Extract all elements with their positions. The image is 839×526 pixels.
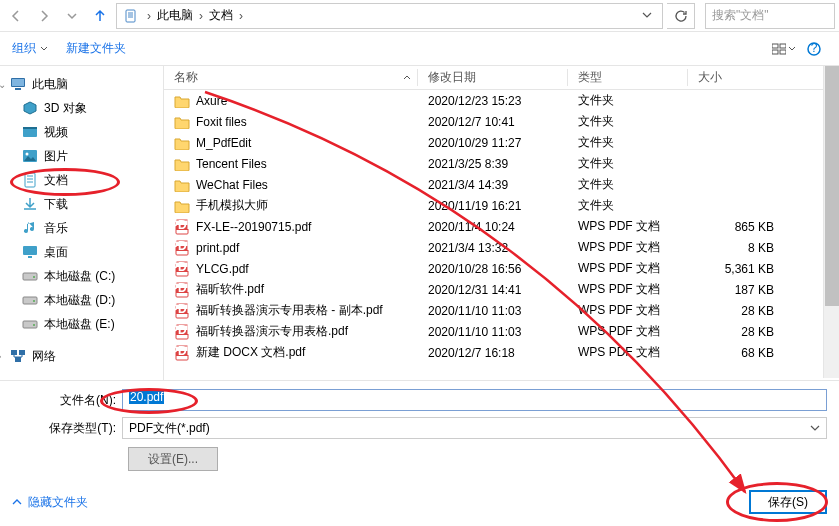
file-row[interactable]: M_PdfEdit2020/10/29 11:27文件夹 — [164, 132, 839, 153]
svg-rect-16 — [28, 256, 32, 258]
hide-folders-toggle[interactable]: 隐藏文件夹 — [12, 494, 88, 511]
nav-recent-button[interactable] — [60, 4, 84, 28]
scrollbar-thumb[interactable] — [825, 66, 839, 306]
sidebar-item-picture[interactable]: 图片 — [0, 144, 163, 168]
svg-text:PDF: PDF — [175, 324, 189, 337]
file-row[interactable]: PDFYLCG.pdf2020/10/28 16:56WPS PDF 文档5,3… — [164, 258, 839, 279]
breadcrumb-bar[interactable]: › 此电脑 › 文档 › — [116, 3, 663, 29]
file-name: M_PdfEdit — [196, 136, 251, 150]
desktop-icon — [22, 244, 38, 260]
col-header-date[interactable]: 修改日期 — [418, 69, 568, 86]
sidebar-item-label: 本地磁盘 (D:) — [44, 292, 115, 309]
file-size: 187 KB — [688, 283, 788, 297]
sidebar-item-label: 图片 — [44, 148, 68, 165]
filetype-select[interactable]: PDF文件(*.pdf) — [122, 417, 827, 439]
file-row[interactable]: PDF福昕转换器演示专用表格.pdf2020/11/10 11:03WPS PD… — [164, 321, 839, 342]
sidebar-item-label: 桌面 — [44, 244, 68, 261]
nav-back-button[interactable] — [4, 4, 28, 28]
tree-network[interactable]: › 网络 — [0, 344, 163, 368]
file-row[interactable]: PDFFX-LE--20190715.pdf2020/11/4 10:24WPS… — [164, 216, 839, 237]
search-placeholder: 搜索"文档" — [712, 7, 769, 24]
refresh-button[interactable] — [667, 3, 695, 29]
scrollbar-vertical[interactable] — [823, 66, 839, 378]
col-header-size[interactable]: 大小 — [688, 69, 788, 86]
breadcrumb-this-pc[interactable]: 此电脑 — [155, 7, 195, 24]
svg-rect-24 — [19, 350, 25, 355]
file-name: Foxit files — [196, 115, 247, 129]
file-date: 2020/10/29 11:27 — [418, 136, 568, 150]
new-folder-button[interactable]: 新建文件夹 — [66, 40, 126, 57]
col-header-name[interactable]: 名称 — [164, 69, 418, 86]
tree-this-pc[interactable]: ⌄ 此电脑 — [0, 72, 163, 96]
search-input[interactable]: 搜索"文档" — [705, 3, 835, 29]
file-row[interactable]: PDF福昕转换器演示专用表格 - 副本.pdf2020/11/10 11:03W… — [164, 300, 839, 321]
svg-text:PDF: PDF — [175, 282, 189, 295]
pdf-icon: PDF — [174, 303, 190, 319]
sidebar-item-download[interactable]: 下载 — [0, 192, 163, 216]
help-button[interactable]: ? — [801, 38, 827, 60]
file-row[interactable]: Foxit files2020/12/7 10:41文件夹 — [164, 111, 839, 132]
settings-button[interactable]: 设置(E)... — [128, 447, 218, 471]
file-type: WPS PDF 文档 — [568, 344, 688, 361]
svg-rect-4 — [780, 50, 786, 54]
sidebar-item-video[interactable]: 视频 — [0, 120, 163, 144]
drive-icon — [22, 268, 38, 284]
svg-point-18 — [33, 276, 35, 278]
file-date: 2020/12/23 15:23 — [418, 94, 568, 108]
svg-rect-3 — [772, 50, 778, 54]
file-row[interactable]: PDF新建 DOCX 文档.pdf2020/12/7 16:18WPS PDF … — [164, 342, 839, 363]
file-row[interactable]: PDFprint.pdf2021/3/4 13:32WPS PDF 文档8 KB — [164, 237, 839, 258]
svg-rect-0 — [126, 10, 135, 22]
file-size: 5,361 KB — [688, 262, 788, 276]
folder-icon — [174, 114, 190, 130]
navigation-tree: ⌄ 此电脑 3D 对象视频图片文档下载音乐桌面本地磁盘 (C:)本地磁盘 (D:… — [0, 66, 164, 380]
sidebar-item-drive[interactable]: 本地磁盘 (C:) — [0, 264, 163, 288]
tree-expand-icon[interactable]: › — [0, 351, 1, 362]
file-type: WPS PDF 文档 — [568, 323, 688, 340]
sidebar-item-label: 本地磁盘 (E:) — [44, 316, 115, 333]
filetype-label: 保存类型(T): — [12, 420, 122, 437]
music-icon — [22, 220, 38, 236]
file-row[interactable]: Axure2020/12/23 15:23文件夹 — [164, 90, 839, 111]
pdf-icon: PDF — [174, 324, 190, 340]
folder-icon — [174, 93, 190, 109]
svg-rect-21 — [23, 321, 37, 328]
col-header-type[interactable]: 类型 — [568, 69, 688, 86]
sidebar-item-drive[interactable]: 本地磁盘 (E:) — [0, 312, 163, 336]
filename-input[interactable]: 20.pdf — [122, 389, 827, 411]
sidebar-item-music[interactable]: 音乐 — [0, 216, 163, 240]
sidebar-item-doc[interactable]: 文档 — [0, 168, 163, 192]
file-date: 2020/12/7 10:41 — [418, 115, 568, 129]
folder-icon — [174, 156, 190, 172]
3d-icon — [22, 100, 38, 116]
svg-point-22 — [33, 324, 35, 326]
file-row[interactable]: WeChat Files2021/3/4 14:39文件夹 — [164, 174, 839, 195]
svg-rect-19 — [23, 297, 37, 304]
sidebar-item-3d[interactable]: 3D 对象 — [0, 96, 163, 120]
dialog-footer: 隐藏文件夹 保存(S) — [0, 482, 839, 526]
file-row[interactable]: 手机模拟大师2020/11/19 16:21文件夹 — [164, 195, 839, 216]
save-button[interactable]: 保存(S) — [749, 490, 827, 514]
file-date: 2021/3/4 13:32 — [418, 241, 568, 255]
breadcrumb-documents[interactable]: 文档 — [207, 7, 235, 24]
nav-forward-button[interactable] — [32, 4, 56, 28]
pdf-icon: PDF — [174, 261, 190, 277]
svg-point-13 — [26, 153, 29, 156]
view-mode-button[interactable] — [771, 38, 797, 60]
filename-label: 文件名(N): — [12, 392, 122, 409]
file-size: 865 KB — [688, 220, 788, 234]
nav-up-button[interactable] — [88, 4, 112, 28]
file-type: WPS PDF 文档 — [568, 239, 688, 256]
command-bar: 组织 新建文件夹 ? — [0, 32, 839, 66]
sidebar-item-drive[interactable]: 本地磁盘 (D:) — [0, 288, 163, 312]
doc-icon — [22, 172, 38, 188]
file-name: FX-LE--20190715.pdf — [196, 220, 311, 234]
sidebar-item-desktop[interactable]: 桌面 — [0, 240, 163, 264]
file-row[interactable]: PDF福昕软件.pdf2020/12/31 14:41WPS PDF 文档187… — [164, 279, 839, 300]
folder-icon — [174, 198, 190, 214]
path-dropdown-icon[interactable] — [638, 9, 656, 23]
file-row[interactable]: Tencent Files2021/3/25 8:39文件夹 — [164, 153, 839, 174]
organize-menu[interactable]: 组织 — [12, 40, 48, 57]
sidebar-item-label: 本地磁盘 (C:) — [44, 268, 115, 285]
tree-expand-icon[interactable]: ⌄ — [0, 79, 6, 90]
